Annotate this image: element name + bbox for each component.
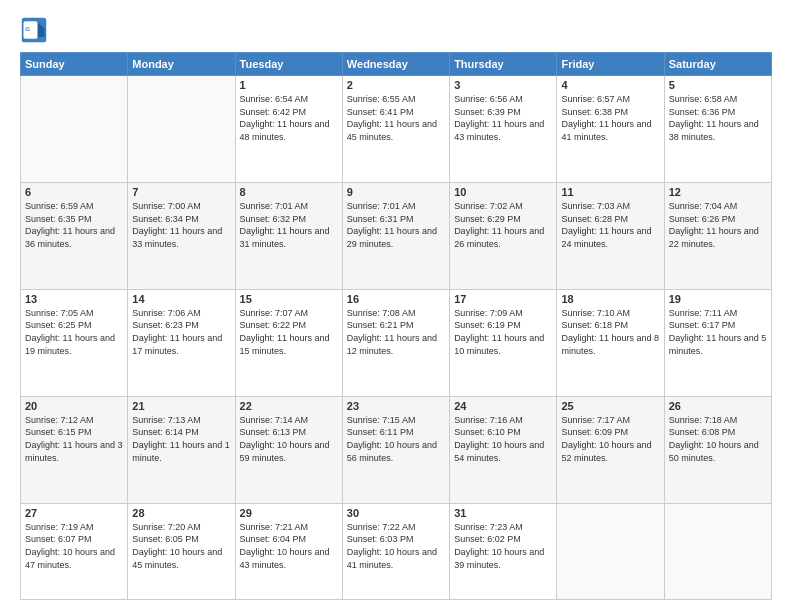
calendar-cell: 17Sunrise: 7:09 AM Sunset: 6:19 PM Dayli…	[450, 289, 557, 396]
calendar-cell: 15Sunrise: 7:07 AM Sunset: 6:22 PM Dayli…	[235, 289, 342, 396]
day-info: Sunrise: 7:19 AM Sunset: 6:07 PM Dayligh…	[25, 521, 123, 571]
calendar-cell	[664, 503, 771, 599]
day-number: 25	[561, 400, 659, 412]
calendar-cell: 6Sunrise: 6:59 AM Sunset: 6:35 PM Daylig…	[21, 182, 128, 289]
day-info: Sunrise: 7:21 AM Sunset: 6:04 PM Dayligh…	[240, 521, 338, 571]
column-header-wednesday: Wednesday	[342, 53, 449, 76]
day-number: 30	[347, 507, 445, 519]
calendar-table: SundayMondayTuesdayWednesdayThursdayFrid…	[20, 52, 772, 600]
day-number: 15	[240, 293, 338, 305]
calendar-cell: 16Sunrise: 7:08 AM Sunset: 6:21 PM Dayli…	[342, 289, 449, 396]
day-info: Sunrise: 7:15 AM Sunset: 6:11 PM Dayligh…	[347, 414, 445, 464]
day-info: Sunrise: 7:08 AM Sunset: 6:21 PM Dayligh…	[347, 307, 445, 357]
day-info: Sunrise: 6:58 AM Sunset: 6:36 PM Dayligh…	[669, 93, 767, 143]
day-number: 1	[240, 79, 338, 91]
calendar-cell: 24Sunrise: 7:16 AM Sunset: 6:10 PM Dayli…	[450, 396, 557, 503]
calendar-cell: 18Sunrise: 7:10 AM Sunset: 6:18 PM Dayli…	[557, 289, 664, 396]
day-number: 18	[561, 293, 659, 305]
calendar-cell: 27Sunrise: 7:19 AM Sunset: 6:07 PM Dayli…	[21, 503, 128, 599]
calendar-week-2: 6Sunrise: 6:59 AM Sunset: 6:35 PM Daylig…	[21, 182, 772, 289]
day-number: 5	[669, 79, 767, 91]
calendar-header-row: SundayMondayTuesdayWednesdayThursdayFrid…	[21, 53, 772, 76]
day-number: 17	[454, 293, 552, 305]
day-info: Sunrise: 6:56 AM Sunset: 6:39 PM Dayligh…	[454, 93, 552, 143]
column-header-monday: Monday	[128, 53, 235, 76]
day-number: 11	[561, 186, 659, 198]
calendar-cell: 22Sunrise: 7:14 AM Sunset: 6:13 PM Dayli…	[235, 396, 342, 503]
calendar-cell	[21, 76, 128, 183]
day-number: 4	[561, 79, 659, 91]
day-info: Sunrise: 6:57 AM Sunset: 6:38 PM Dayligh…	[561, 93, 659, 143]
day-number: 2	[347, 79, 445, 91]
day-info: Sunrise: 6:59 AM Sunset: 6:35 PM Dayligh…	[25, 200, 123, 250]
calendar-cell: 3Sunrise: 6:56 AM Sunset: 6:39 PM Daylig…	[450, 76, 557, 183]
calendar-cell: 4Sunrise: 6:57 AM Sunset: 6:38 PM Daylig…	[557, 76, 664, 183]
calendar-cell: 19Sunrise: 7:11 AM Sunset: 6:17 PM Dayli…	[664, 289, 771, 396]
calendar-cell: 9Sunrise: 7:01 AM Sunset: 6:31 PM Daylig…	[342, 182, 449, 289]
day-number: 26	[669, 400, 767, 412]
column-header-saturday: Saturday	[664, 53, 771, 76]
calendar-cell: 21Sunrise: 7:13 AM Sunset: 6:14 PM Dayli…	[128, 396, 235, 503]
day-number: 7	[132, 186, 230, 198]
day-info: Sunrise: 7:12 AM Sunset: 6:15 PM Dayligh…	[25, 414, 123, 464]
day-number: 22	[240, 400, 338, 412]
header: G	[20, 16, 772, 44]
calendar-cell	[557, 503, 664, 599]
calendar-cell: 31Sunrise: 7:23 AM Sunset: 6:02 PM Dayli…	[450, 503, 557, 599]
day-number: 14	[132, 293, 230, 305]
logo-icon: G	[20, 16, 48, 44]
calendar-cell: 20Sunrise: 7:12 AM Sunset: 6:15 PM Dayli…	[21, 396, 128, 503]
day-number: 21	[132, 400, 230, 412]
day-info: Sunrise: 7:17 AM Sunset: 6:09 PM Dayligh…	[561, 414, 659, 464]
column-header-friday: Friday	[557, 53, 664, 76]
day-number: 24	[454, 400, 552, 412]
day-info: Sunrise: 7:11 AM Sunset: 6:17 PM Dayligh…	[669, 307, 767, 357]
day-info: Sunrise: 7:23 AM Sunset: 6:02 PM Dayligh…	[454, 521, 552, 571]
calendar-cell: 8Sunrise: 7:01 AM Sunset: 6:32 PM Daylig…	[235, 182, 342, 289]
day-number: 28	[132, 507, 230, 519]
calendar-cell: 5Sunrise: 6:58 AM Sunset: 6:36 PM Daylig…	[664, 76, 771, 183]
day-number: 23	[347, 400, 445, 412]
day-info: Sunrise: 7:09 AM Sunset: 6:19 PM Dayligh…	[454, 307, 552, 357]
day-number: 31	[454, 507, 552, 519]
calendar-week-3: 13Sunrise: 7:05 AM Sunset: 6:25 PM Dayli…	[21, 289, 772, 396]
day-number: 13	[25, 293, 123, 305]
day-info: Sunrise: 7:18 AM Sunset: 6:08 PM Dayligh…	[669, 414, 767, 464]
day-info: Sunrise: 7:14 AM Sunset: 6:13 PM Dayligh…	[240, 414, 338, 464]
calendar-cell: 13Sunrise: 7:05 AM Sunset: 6:25 PM Dayli…	[21, 289, 128, 396]
day-number: 6	[25, 186, 123, 198]
day-info: Sunrise: 6:55 AM Sunset: 6:41 PM Dayligh…	[347, 93, 445, 143]
calendar-cell	[128, 76, 235, 183]
column-header-thursday: Thursday	[450, 53, 557, 76]
calendar-cell: 1Sunrise: 6:54 AM Sunset: 6:42 PM Daylig…	[235, 76, 342, 183]
calendar-cell: 30Sunrise: 7:22 AM Sunset: 6:03 PM Dayli…	[342, 503, 449, 599]
page: G SundayMondayTuesdayWednesdayThursdayFr…	[0, 0, 792, 612]
svg-text:G: G	[25, 25, 30, 32]
calendar-cell: 25Sunrise: 7:17 AM Sunset: 6:09 PM Dayli…	[557, 396, 664, 503]
calendar-cell: 10Sunrise: 7:02 AM Sunset: 6:29 PM Dayli…	[450, 182, 557, 289]
day-number: 29	[240, 507, 338, 519]
calendar-week-1: 1Sunrise: 6:54 AM Sunset: 6:42 PM Daylig…	[21, 76, 772, 183]
day-info: Sunrise: 7:01 AM Sunset: 6:31 PM Dayligh…	[347, 200, 445, 250]
calendar-week-5: 27Sunrise: 7:19 AM Sunset: 6:07 PM Dayli…	[21, 503, 772, 599]
day-number: 12	[669, 186, 767, 198]
day-info: Sunrise: 6:54 AM Sunset: 6:42 PM Dayligh…	[240, 93, 338, 143]
day-number: 19	[669, 293, 767, 305]
day-info: Sunrise: 7:22 AM Sunset: 6:03 PM Dayligh…	[347, 521, 445, 571]
day-number: 9	[347, 186, 445, 198]
day-info: Sunrise: 7:07 AM Sunset: 6:22 PM Dayligh…	[240, 307, 338, 357]
calendar-cell: 28Sunrise: 7:20 AM Sunset: 6:05 PM Dayli…	[128, 503, 235, 599]
calendar-cell: 29Sunrise: 7:21 AM Sunset: 6:04 PM Dayli…	[235, 503, 342, 599]
day-info: Sunrise: 7:13 AM Sunset: 6:14 PM Dayligh…	[132, 414, 230, 464]
day-number: 3	[454, 79, 552, 91]
calendar-week-4: 20Sunrise: 7:12 AM Sunset: 6:15 PM Dayli…	[21, 396, 772, 503]
day-number: 20	[25, 400, 123, 412]
day-info: Sunrise: 7:16 AM Sunset: 6:10 PM Dayligh…	[454, 414, 552, 464]
day-info: Sunrise: 7:10 AM Sunset: 6:18 PM Dayligh…	[561, 307, 659, 357]
day-info: Sunrise: 7:01 AM Sunset: 6:32 PM Dayligh…	[240, 200, 338, 250]
day-number: 8	[240, 186, 338, 198]
day-info: Sunrise: 7:20 AM Sunset: 6:05 PM Dayligh…	[132, 521, 230, 571]
calendar-cell: 2Sunrise: 6:55 AM Sunset: 6:41 PM Daylig…	[342, 76, 449, 183]
logo: G	[20, 16, 52, 44]
column-header-tuesday: Tuesday	[235, 53, 342, 76]
